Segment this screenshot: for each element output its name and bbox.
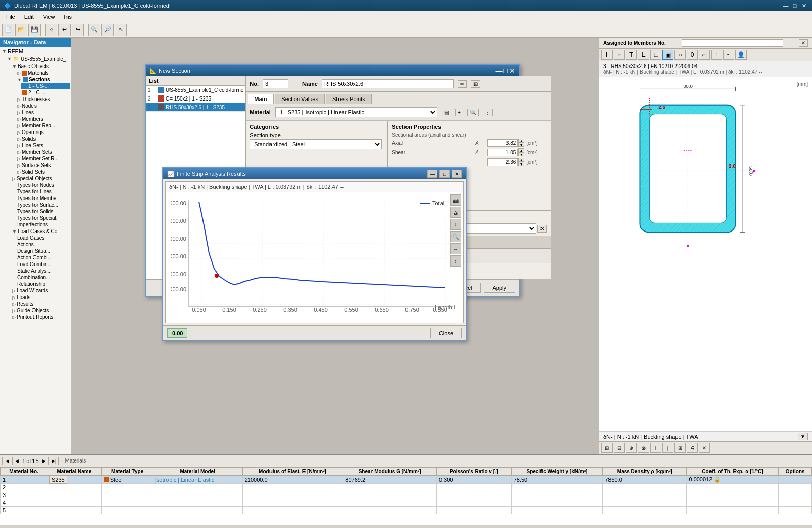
print-btn[interactable]: 🖨 [45,24,57,36]
nav-basic-objects[interactable]: ▼ Basic Objects [11,63,70,70]
bst-6[interactable]: | [662,443,673,453]
fsa-close-action-btn[interactable]: Close [430,328,462,338]
no-input[interactable] [263,79,288,88]
nav-solid-sets[interactable]: ▷ Solid Sets [16,169,70,175]
shear2-up[interactable]: ▲ [518,158,524,162]
list-item-2[interactable]: 2 C= 150x2 | 1 - S235 [146,94,245,103]
tab-section-values[interactable]: Section Values [275,94,325,104]
tab-main[interactable]: Main [248,94,274,104]
undo-btn[interactable]: ↩ [58,24,71,36]
mat-row-4[interactable]: 4 [1,499,812,507]
axial-input[interactable] [487,139,518,147]
nav-materials[interactable]: ▷ Materials [16,70,70,76]
mat-cell-5-3[interactable] [153,507,242,514]
nav-load-cases[interactable]: Load Cases [16,235,70,241]
page-prev-btn[interactable]: ◀ [12,457,21,465]
mat-cell-4-3[interactable] [153,499,242,507]
bst-2[interactable]: ⊟ [614,443,625,453]
shape-angle[interactable]: ∟ [650,50,661,60]
chart-tb-4[interactable]: 🔍 [450,231,461,242]
page-first-btn[interactable]: |◀ [2,457,11,465]
page-last-btn[interactable]: ▶| [50,457,59,465]
bst-4[interactable]: ⊗ [638,443,649,453]
nav-types-special[interactable]: Types for Special... [16,215,70,221]
axial-up[interactable]: ▲ [518,139,524,143]
shape-up[interactable]: ↑ [711,50,722,60]
save-btn[interactable]: 💾 [28,24,41,36]
nav-types-solids[interactable]: Types for Solids [16,208,70,215]
nav-member-set-r[interactable]: ▷ Member Set R... [16,155,70,162]
shape-person[interactable]: 👤 [735,50,747,60]
dialog-restore-btn[interactable]: □ [504,67,508,75]
fsa-max-btn[interactable]: □ [439,170,450,178]
nav-guide-objects[interactable]: ▷ Guide Objects [11,307,70,314]
name-input[interactable] [322,79,454,88]
mat-cell-1-3[interactable]: Isotropic | Linear Elastic [153,476,242,484]
shape-L[interactable]: ⌐ [614,50,625,60]
mat-row-3[interactable]: 3 [1,491,812,499]
nav-section-1[interactable]: 1 - US-... [21,83,70,89]
mat-cell-4-2[interactable] [101,499,153,507]
mat-row-2[interactable]: 2 [1,484,812,491]
nav-load-cases-co[interactable]: ▼ Load Cases & Co... [11,228,70,235]
new-btn[interactable]: 📄 [2,24,14,36]
chart-tb-5[interactable]: ↔ [450,243,461,254]
nav-types-nodes[interactable]: Types for Nodes [16,182,70,188]
nav-loads[interactable]: ▷ Loads [11,294,70,301]
bst-7[interactable]: ⊞ [674,443,686,453]
chart-tb-1[interactable]: 📷 [450,194,461,206]
nav-thicknesses[interactable]: ▷ Thicknesses [16,96,70,103]
mat-cell-2-1[interactable] [47,484,102,491]
mat-cell-5-2[interactable] [101,507,153,514]
tab-stress-points[interactable]: Stress Points [326,94,372,104]
dialog-close-btn[interactable]: ✕ [509,67,515,75]
close-btn[interactable]: ✕ [800,2,808,10]
zoom-out-btn[interactable]: 🔎 [101,24,114,36]
nav-file[interactable]: ▼ 📁 US-8555_Example_1 [6,55,70,63]
bst-1[interactable]: ⊞ [601,443,613,453]
page-next-btn[interactable]: ▶ [40,457,49,465]
nav-combination[interactable]: Combination... [16,274,70,281]
open-btn[interactable]: 📂 [15,24,27,36]
menu-file[interactable]: File [2,13,19,21]
chart-tb-6[interactable]: ↕ [450,255,461,267]
mat-row-1[interactable]: 1S235SteelIsotropic | Linear Elastic2100… [1,476,812,484]
nav-design-situa[interactable]: Design Situa... [16,248,70,254]
nav-rfem[interactable]: ▼ RFEM [1,48,70,55]
fsa-close-btn[interactable]: ✕ [452,170,462,178]
material-select[interactable]: 1 - S235 | Isotropic | Linear Elastic [275,107,437,117]
nav-printout-reports[interactable]: ▷ Printout Reports [11,314,70,320]
nav-nodes[interactable]: ▷ Nodes [16,103,70,109]
mat-cell-2-3[interactable] [153,484,242,491]
mat-cell-4-1[interactable] [47,499,102,507]
material-btn-3[interactable]: 🔍 [467,109,479,116]
menu-edit[interactable]: Edit [20,13,38,21]
shape-circle[interactable]: ○ [674,50,686,60]
shear-up[interactable]: ▲ [518,148,524,152]
nav-solids[interactable]: ▷ Solids [16,136,70,142]
nav-types-memb[interactable]: Types for Membe... [16,195,70,202]
chart-tb-3[interactable]: ↕ [450,219,461,230]
material-btn-1[interactable]: ▤ [442,109,451,116]
section-type-select[interactable]: Standardized - Steel [250,139,382,149]
nav-lines[interactable]: ▷ Lines [16,109,70,116]
shape-L2[interactable]: L [638,50,649,60]
shape-0[interactable]: 0 [687,50,698,60]
mat-cell-1-1[interactable]: S235 [47,476,102,484]
maximize-btn[interactable]: □ [791,2,799,10]
nav-types-lines[interactable]: Types for Lines [16,188,70,195]
select-btn[interactable]: ↖ [115,24,127,36]
mat-cell-3-2[interactable] [101,491,153,499]
menu-ins[interactable]: Ins [60,13,76,21]
comment-btn[interactable]: ✕ [537,225,547,233]
mat-cell-3-1[interactable] [47,491,102,499]
mat-row-5[interactable]: 5 [1,507,812,514]
apply-btn[interactable]: Apply [484,283,515,293]
nav-special-objects[interactable]: ▷ Special Objects [11,175,70,182]
nav-load-wizards[interactable]: ▷ Load Wizards [11,287,70,294]
shape-box[interactable]: ▣ [662,50,673,60]
nav-static-analysis[interactable]: Static Analysi... [16,268,70,274]
bst-5[interactable]: T [650,443,661,453]
dialog-min-btn[interactable]: — [496,67,503,75]
shear2-input[interactable] [487,158,518,166]
